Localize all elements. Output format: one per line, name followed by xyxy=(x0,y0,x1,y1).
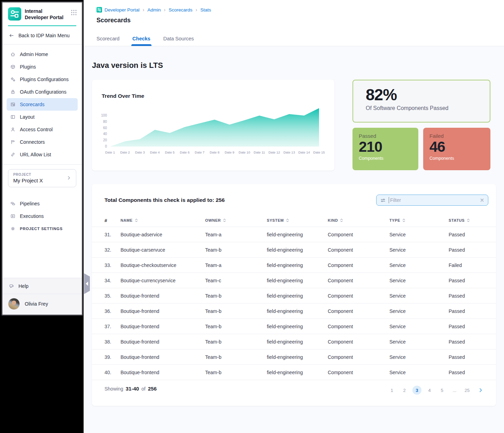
tab-data-sources[interactable]: Data Sources xyxy=(163,36,194,46)
table-row[interactable]: 36.Boutique-frontendTeam-bfield-engineer… xyxy=(92,303,496,318)
sidebar-item-admin-home[interactable]: Admin Home xyxy=(7,48,78,61)
cell-kind: Component xyxy=(328,324,389,329)
sidebar-item-layout[interactable]: Layout xyxy=(7,111,78,123)
breadcrumb-stats[interactable]: Stats xyxy=(200,7,211,13)
svg-text:Date 15: Date 15 xyxy=(313,150,325,154)
tab-scorecard[interactable]: Scorecard xyxy=(96,36,119,46)
back-to-idp-main-menu[interactable]: Back to IDP Main Menu xyxy=(2,26,82,44)
table-row[interactable]: 32.Boutique-carservuceTeam-bfield-engine… xyxy=(92,242,496,257)
column-header-type[interactable]: TYPE xyxy=(389,218,449,222)
cell-system: field-engineering xyxy=(267,324,328,329)
project-label: PROJECT xyxy=(13,173,71,176)
page-5[interactable]: 5 xyxy=(437,386,447,395)
sidebar-item-label: URL Allow List xyxy=(20,152,51,157)
svg-text:Date 13: Date 13 xyxy=(284,150,295,154)
user-menu[interactable]: Olivia Frey xyxy=(2,294,82,315)
home-icon xyxy=(10,52,16,57)
user-avatar xyxy=(8,298,20,310)
cell-system: field-engineering xyxy=(267,232,328,237)
column-header-kind[interactable]: KIND xyxy=(328,218,389,222)
sidebar-item-plugins[interactable]: Plugins xyxy=(7,61,78,73)
table-row[interactable]: 35.Boutique-frontendTeam-bfield-engineer… xyxy=(92,288,496,303)
sidebar-item-scorecards[interactable]: Scorecards xyxy=(7,98,78,111)
cell-status: Failed xyxy=(449,262,483,268)
table-row[interactable]: 37.Boutique-frontendTeam-bfield-engineer… xyxy=(92,318,496,334)
clear-filter-icon[interactable] xyxy=(480,198,484,203)
passed-caption: Components xyxy=(359,156,412,161)
sort-icon[interactable] xyxy=(467,218,470,222)
components-table-card: Total Components this check is applied t… xyxy=(92,184,496,406)
sidebar-item-project-settings[interactable]: PROJECT SETTINGS xyxy=(7,222,78,235)
column-header-system[interactable]: SYSTEM xyxy=(267,218,328,222)
page-25[interactable]: 25 xyxy=(463,386,472,395)
svg-text:Date 1: Date 1 xyxy=(105,150,115,154)
svg-text:Date 14: Date 14 xyxy=(298,150,310,154)
table-row[interactable]: 34.Boutique-currencyserviceTeam-cfield-e… xyxy=(92,273,496,288)
breadcrumb-developer-portal[interactable]: Developer Portal xyxy=(96,7,140,13)
cell-: 40. xyxy=(104,370,121,375)
cell-type: Service xyxy=(389,278,449,283)
column-header-status[interactable]: STATUS xyxy=(449,218,483,222)
failed-label: Failed xyxy=(429,133,484,139)
sort-icon[interactable] xyxy=(223,218,226,222)
table-row[interactable]: 38.Boutique-frontendTeam-bfield-engineer… xyxy=(92,334,496,349)
cell-status: Passed xyxy=(449,339,483,345)
breadcrumb: Developer Portal›Admin›Scorecards›Stats xyxy=(96,7,211,13)
showing-range: 31-40 xyxy=(126,386,139,392)
help-button[interactable]: Help xyxy=(2,278,82,294)
filter-input[interactable] xyxy=(389,197,477,203)
column-label: # xyxy=(104,218,107,223)
svg-text:Date 6: Date 6 xyxy=(180,150,189,154)
table-row[interactable]: 40.Boutique-frontendTeam-bfield-engineer… xyxy=(92,364,496,380)
sort-icon[interactable] xyxy=(286,218,289,222)
sidebar-item-executions[interactable]: Executions xyxy=(7,210,78,222)
sort-icon[interactable] xyxy=(135,218,138,222)
table-row[interactable]: 33.Boutique-checkoutserviceTeam-afield-e… xyxy=(92,257,496,273)
cell-kind: Component xyxy=(328,339,389,345)
cell-system: field-engineering xyxy=(267,278,328,283)
sidebar-item-access-control[interactable]: Access Control xyxy=(7,123,78,136)
sidebar-item-connectors[interactable]: Connectors xyxy=(7,136,78,148)
cell-kind: Component xyxy=(328,370,389,375)
breadcrumb-admin[interactable]: Admin xyxy=(147,7,161,13)
pipelines-icon xyxy=(10,201,16,206)
sidebar-item-label: Plugins xyxy=(20,64,36,70)
sidebar-item-oauth-configurations[interactable]: OAuth Configurations xyxy=(7,86,78,98)
sort-icon[interactable] xyxy=(340,218,343,222)
cell-system: field-engineering xyxy=(267,308,328,314)
table-row[interactable]: 31.Boutique-adserviceTeam-afield-enginee… xyxy=(92,227,496,242)
column-header-name[interactable]: NAME xyxy=(121,218,205,222)
page-2[interactable]: 2 xyxy=(400,386,409,395)
page-3[interactable]: 3 xyxy=(412,386,421,395)
page-1[interactable]: 1 xyxy=(387,386,396,395)
table-row[interactable]: 39.Boutique-frontendTeam-bfield-engineer… xyxy=(92,349,496,364)
next-page-button[interactable] xyxy=(478,387,483,393)
back-label: Back to IDP Main Menu xyxy=(18,33,70,38)
passed-card: Passed 210 Components xyxy=(352,128,418,170)
column-header-owner[interactable]: OWNER xyxy=(205,218,267,222)
cell-: 35. xyxy=(104,293,121,299)
cell-: 39. xyxy=(104,354,121,360)
svg-text:Date 8: Date 8 xyxy=(210,150,219,154)
sidebar-collapse-handle[interactable] xyxy=(84,273,90,294)
page-4[interactable]: 4 xyxy=(425,386,434,395)
app-switcher-icon[interactable] xyxy=(71,9,77,16)
breadcrumb-scorecards[interactable]: Scorecards xyxy=(169,7,192,13)
tab-checks[interactable]: Checks xyxy=(132,36,150,46)
idp-logo-icon xyxy=(8,7,21,21)
cell-type: Service xyxy=(389,324,449,329)
sidebar-item-url-allow-list[interactable]: URL Allow List xyxy=(7,148,78,161)
column-label: KIND xyxy=(328,218,338,222)
sort-icon[interactable] xyxy=(402,218,405,222)
help-chat-icon xyxy=(9,283,14,289)
cell-name: Boutique-frontend xyxy=(121,339,205,345)
cell-: 37. xyxy=(104,324,121,329)
tune-filter-icon[interactable] xyxy=(380,197,386,203)
main-area: Developer Portal›Admin›Scorecards›Stats … xyxy=(84,0,504,433)
sidebar-item-pipelines[interactable]: Pipelines xyxy=(7,197,78,210)
failed-value: 46 xyxy=(429,139,484,155)
cell-system: field-engineering xyxy=(267,339,328,345)
sidebar-item-plugins-configurations[interactable]: Plugins Configurations xyxy=(7,73,78,86)
cell-owner: Team-b xyxy=(205,247,267,253)
project-selector[interactable]: PROJECT My Project X xyxy=(8,169,76,187)
